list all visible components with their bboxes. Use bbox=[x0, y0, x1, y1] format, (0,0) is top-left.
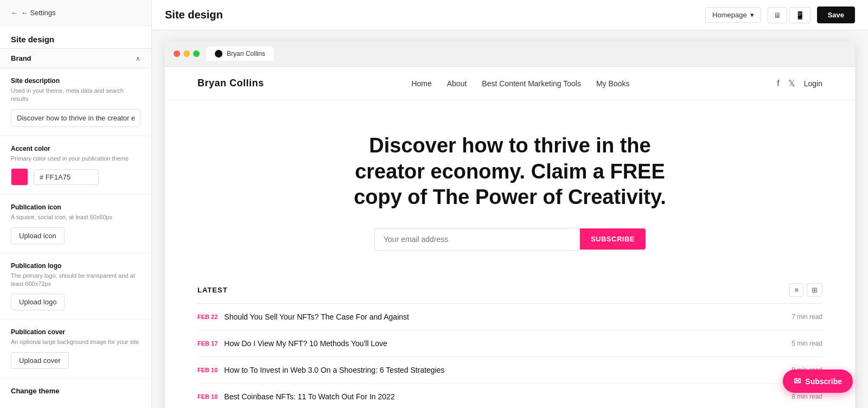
upload-cover-button[interactable]: Upload cover bbox=[11, 352, 69, 369]
top-bar: Site design Homepage ▾ 🖥 📱 Save bbox=[152, 0, 868, 30]
color-hex-input[interactable] bbox=[34, 169, 99, 185]
article-read-time: 7 min read bbox=[792, 313, 822, 321]
chevron-down-icon: ▾ bbox=[750, 11, 754, 19]
preview-area: Bryan Collins Bryan Collins Home About B… bbox=[152, 30, 868, 408]
article-left: FEB 10 Best Coinbase NFTs: 11 To Watch O… bbox=[197, 392, 395, 401]
article-date: FEB 22 bbox=[197, 314, 218, 320]
publication-cover-section: Publication cover An optional large back… bbox=[0, 320, 151, 378]
back-arrow-icon: ← bbox=[11, 9, 18, 17]
table-row: FEB 17 How Do I View My NFT? 10 Methods … bbox=[197, 330, 822, 357]
articles-header: LATEST ≡ ⊞ bbox=[197, 283, 822, 304]
site-brand: Bryan Collins bbox=[197, 78, 264, 89]
view-toggle: ≡ ⊞ bbox=[789, 283, 822, 297]
top-bar-right: Homepage ▾ 🖥 📱 Save bbox=[705, 7, 855, 23]
dot-yellow bbox=[183, 50, 190, 57]
tab-label: Bryan Collins bbox=[227, 50, 265, 58]
article-title[interactable]: Best Coinbase NFTs: 11 To Watch Out For … bbox=[224, 392, 394, 401]
article-title[interactable]: Should You Sell Your NFTs? The Case For … bbox=[224, 313, 409, 321]
publication-icon-section: Publication icon A square, social icon, … bbox=[0, 195, 151, 253]
article-left: FEB 10 How to To Invest in Web 3.0 On a … bbox=[197, 366, 445, 374]
accent-color-section: Accent color Primary color used in your … bbox=[0, 136, 151, 195]
article-read-time: 5 min read bbox=[792, 340, 822, 347]
publication-logo-label: Publication logo bbox=[11, 262, 141, 270]
nav-link-home[interactable]: Home bbox=[411, 79, 431, 88]
color-swatch[interactable] bbox=[11, 168, 28, 186]
site-description-section: Site description Used in your theme, met… bbox=[0, 68, 151, 136]
site-description-hint: Used in your theme, meta data and search… bbox=[11, 87, 141, 104]
list-view-button[interactable]: ≡ bbox=[789, 283, 803, 297]
nav-link-books[interactable]: My Books bbox=[596, 79, 629, 88]
panel-title: Site design bbox=[0, 26, 151, 48]
subscribe-row: SUBSCRIBE bbox=[374, 228, 646, 251]
article-date: FEB 10 bbox=[197, 393, 218, 400]
page-selector-label: Homepage bbox=[712, 11, 747, 19]
article-read-time: 8 min read bbox=[792, 393, 822, 400]
change-theme-label: Change theme bbox=[11, 387, 141, 395]
accent-color-hint: Primary color used in your publication t… bbox=[11, 155, 141, 163]
save-button[interactable]: Save bbox=[817, 7, 855, 23]
publication-cover-label: Publication cover bbox=[11, 328, 141, 336]
article-title[interactable]: How to To Invest in Web 3.0 On a Shoestr… bbox=[224, 366, 444, 374]
publication-logo-hint: The primary logo, should be transparent … bbox=[11, 272, 141, 289]
desktop-view-button[interactable]: 🖥 bbox=[768, 7, 787, 23]
article-left: FEB 17 How Do I View My NFT? 10 Methods … bbox=[197, 339, 387, 348]
brand-label: Brand bbox=[11, 54, 31, 62]
table-row: FEB 22 Should You Sell Your NFTs? The Ca… bbox=[197, 304, 822, 330]
mobile-view-button[interactable]: 📱 bbox=[789, 7, 810, 23]
dot-green bbox=[193, 50, 200, 57]
subscribe-button[interactable]: SUBSCRIBE bbox=[580, 228, 646, 250]
chevron-up-icon: ∧ bbox=[136, 55, 141, 62]
articles-section: LATEST ≡ ⊞ FEB 22 Should You Sell Your N… bbox=[165, 272, 855, 409]
page-selector[interactable]: Homepage ▾ bbox=[705, 7, 761, 23]
back-label: ← Settings bbox=[21, 9, 56, 17]
twitter-icon[interactable]: 𝕏 bbox=[788, 78, 795, 88]
table-row: FEB 10 Best Coinbase NFTs: 11 To Watch O… bbox=[197, 384, 822, 409]
back-button[interactable]: ← ← Settings bbox=[0, 0, 151, 26]
brand-section-header[interactable]: Brand ∧ bbox=[0, 48, 151, 68]
browser-frame: Bryan Collins Bryan Collins Home About B… bbox=[165, 41, 855, 408]
subscribe-icon: ✉ bbox=[794, 376, 801, 386]
grid-view-button[interactable]: ⊞ bbox=[807, 283, 822, 297]
nav-link-marketing-tools[interactable]: Best Content Marketing Tools bbox=[482, 79, 581, 88]
article-date: FEB 10 bbox=[197, 367, 218, 373]
left-panel: ← ← Settings Site design Brand ∧ Site de… bbox=[0, 0, 152, 408]
facebook-icon[interactable]: f bbox=[777, 79, 779, 88]
site-nav-links: Home About Best Content Marketing Tools … bbox=[411, 79, 629, 88]
page-title: Site design bbox=[165, 9, 223, 21]
view-icons: 🖥 📱 bbox=[768, 7, 810, 23]
dot-red bbox=[174, 50, 180, 57]
accent-color-label: Accent color bbox=[11, 145, 141, 152]
site-description-label: Site description bbox=[11, 77, 141, 85]
site-nav-right: f 𝕏 Login bbox=[777, 78, 822, 88]
publication-logo-section: Publication logo The primary logo, shoul… bbox=[0, 253, 151, 320]
tab-favicon bbox=[215, 50, 222, 58]
site-description-input[interactable] bbox=[11, 109, 141, 127]
login-link[interactable]: Login bbox=[804, 79, 822, 88]
upload-logo-button[interactable]: Upload logo bbox=[11, 294, 65, 310]
upload-icon-button[interactable]: Upload icon bbox=[11, 227, 65, 244]
publication-cover-hint: An optional large background image for y… bbox=[11, 338, 141, 346]
nav-link-about[interactable]: About bbox=[447, 79, 467, 88]
table-row: FEB 10 How to To Invest in Web 3.0 On a … bbox=[197, 357, 822, 384]
browser-chrome: Bryan Collins bbox=[165, 41, 855, 67]
main-area: Site design Homepage ▾ 🖥 📱 Save bbox=[152, 0, 868, 408]
browser-dots bbox=[174, 50, 200, 57]
hero-title: Discover how to thrive in the creator ec… bbox=[347, 133, 673, 211]
latest-label: LATEST bbox=[197, 286, 228, 294]
site-nav: Bryan Collins Home About Best Content Ma… bbox=[165, 67, 855, 100]
floating-subscribe-button[interactable]: ✉ Subscribe bbox=[783, 369, 853, 393]
article-date: FEB 17 bbox=[197, 340, 218, 347]
hero-section: Discover how to thrive in the creator ec… bbox=[165, 100, 855, 272]
publication-icon-label: Publication icon bbox=[11, 203, 141, 211]
article-title[interactable]: How Do I View My NFT? 10 Methods You'll … bbox=[224, 339, 387, 348]
publication-icon-hint: A square, social icon, at least 60x60px bbox=[11, 213, 141, 221]
change-theme-row: Change theme bbox=[0, 378, 151, 404]
floating-subscribe-label: Subscribe bbox=[805, 377, 842, 386]
article-left: FEB 22 Should You Sell Your NFTs? The Ca… bbox=[197, 313, 409, 321]
email-input[interactable] bbox=[374, 228, 580, 251]
browser-tab: Bryan Collins bbox=[206, 47, 274, 61]
